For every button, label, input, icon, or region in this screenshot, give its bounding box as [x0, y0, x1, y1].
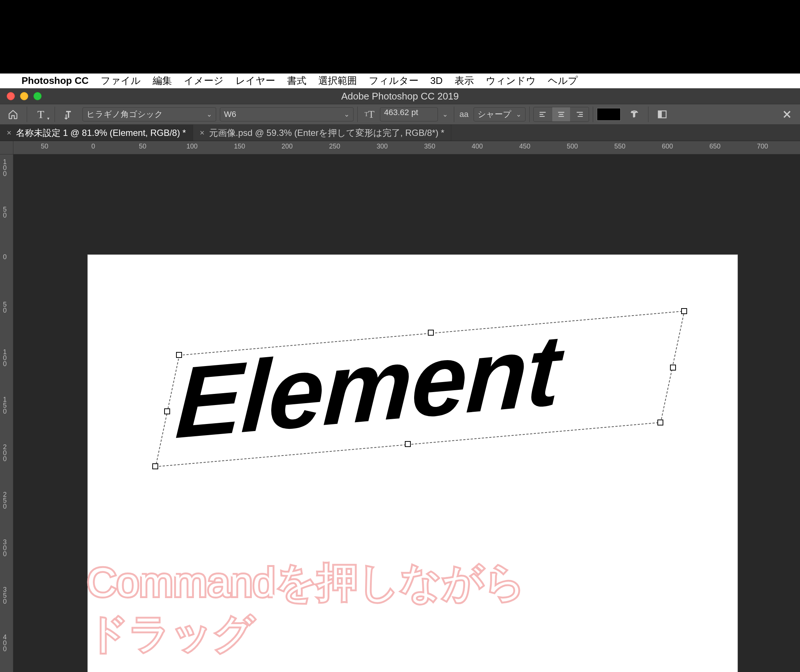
font-size-group: TT 463.62 pt ⌄: [361, 106, 450, 123]
minimize-window-button[interactable]: [20, 92, 28, 100]
menu-type[interactable]: 書式: [287, 74, 306, 87]
maximize-window-button[interactable]: [34, 92, 42, 100]
menu-file[interactable]: ファイル: [101, 74, 141, 87]
font-family-dropdown[interactable]: ヒラギノ角ゴシック ⌄: [82, 107, 216, 122]
antialias-dropdown[interactable]: シャープ ⌄: [473, 107, 526, 122]
ruler-tick: 600: [662, 142, 673, 150]
menu-image[interactable]: イメージ: [184, 74, 224, 87]
ruler-tick: 300: [377, 142, 388, 150]
ruler-tick: 700: [757, 142, 768, 150]
divider: [27, 107, 27, 122]
align-center-button[interactable]: [552, 107, 570, 122]
app-name[interactable]: Photoshop CC: [22, 75, 89, 86]
antialias-value: シャープ: [478, 109, 511, 120]
annotation-overlay: Commandを押しながら ドラッグ: [87, 557, 526, 659]
horizontal-ruler[interactable]: 50 0 50 100 150 200 250 300 350 400 450 …: [13, 141, 800, 154]
menu-3d[interactable]: 3D: [430, 75, 443, 86]
top-black-band: [0, 0, 800, 74]
text-layer-content[interactable]: Element: [173, 312, 563, 461]
font-size-input[interactable]: 463.62 pt: [380, 107, 438, 122]
document-tabs: × 名称未設定 1 @ 81.9% (Element, RGB/8) * × 元…: [0, 125, 800, 141]
ruler-corner[interactable]: [0, 141, 13, 154]
chevron-down-icon: ⌄: [512, 110, 521, 118]
options-bar: T ▾ ヒラギノ角ゴシック ⌄ W6 ⌄ TT 463.62 pt ⌄ aa シ…: [0, 104, 800, 125]
ruler-tick: 400: [472, 142, 483, 150]
ruler-tick: 200: [282, 142, 293, 150]
type-tool-indicator[interactable]: T ▾: [31, 106, 51, 123]
divider: [357, 107, 358, 122]
window-title: Adobe Photoshop CC 2019: [341, 91, 459, 102]
vertical-ruler[interactable]: 100 50 0 50 100 150 200 250 300 350 400: [0, 154, 13, 672]
panels-toggle-button[interactable]: [652, 106, 672, 123]
font-size-value: 463.62 pt: [384, 108, 418, 117]
align-left-button[interactable]: [534, 107, 552, 122]
text-orientation-button[interactable]: [59, 106, 79, 123]
divider: [648, 107, 648, 122]
menu-filter[interactable]: フィルター: [369, 74, 418, 87]
ruler-tick: 250: [329, 142, 340, 150]
close-tab-icon[interactable]: ×: [7, 128, 11, 138]
close-tab-icon[interactable]: ×: [200, 128, 205, 138]
font-weight-dropdown[interactable]: W6 ⌄: [220, 107, 354, 122]
ruler-tick: 350: [1, 586, 8, 604]
mac-menubar: Photoshop CC ファイル 編集 イメージ レイヤー 書式 選択範囲 フ…: [0, 74, 800, 88]
antialias-label: aa: [458, 110, 470, 119]
workspace: 50 0 50 100 150 200 250 300 350 400 450 …: [0, 141, 800, 672]
ruler-tick: 450: [519, 142, 531, 150]
menu-view[interactable]: 表示: [455, 74, 474, 87]
ruler-tick: 150: [1, 396, 8, 414]
tab-label: 名称未設定 1 @ 81.9% (Element, RGB/8) *: [16, 127, 186, 139]
transform-bounding-box[interactable]: Element: [153, 303, 680, 470]
chevron-down-icon[interactable]: ⌄: [440, 110, 450, 118]
divider: [55, 107, 55, 122]
menu-edit[interactable]: 編集: [153, 74, 172, 87]
text-align-group: [533, 107, 589, 122]
transform-handle-bm[interactable]: [405, 441, 411, 447]
svg-rect-11: [659, 111, 662, 118]
ruler-tick: 350: [424, 142, 435, 150]
canvas-viewport[interactable]: Element Commandを押しながら ドラッグ: [13, 154, 800, 672]
document-tab-2[interactable]: × 元画像.psd @ 59.3% (Enterを押して変形は完了, RGB/8…: [193, 125, 452, 141]
font-size-icon[interactable]: TT: [361, 106, 378, 123]
transform-handle-ml[interactable]: [164, 408, 170, 414]
ruler-tick: 50: [41, 142, 48, 150]
chevron-down-icon: ⌄: [340, 110, 349, 118]
divider: [454, 107, 454, 122]
transform-handle-tr[interactable]: [681, 308, 687, 314]
ruler-tick: 100: [186, 142, 197, 150]
annotation-line2: ドラッグ: [87, 608, 526, 659]
ruler-tick: 650: [709, 142, 720, 150]
ruler-tick: 50: [139, 142, 146, 150]
divider: [529, 107, 530, 122]
ruler-tick: 50: [1, 206, 8, 218]
window-titlebar: Adobe Photoshop CC 2019: [0, 88, 800, 104]
menu-help[interactable]: ヘルプ: [548, 74, 578, 87]
document-tab-1[interactable]: × 名称未設定 1 @ 81.9% (Element, RGB/8) *: [0, 125, 193, 141]
traffic-lights: [0, 92, 42, 100]
ruler-tick: 50: [1, 301, 8, 313]
transform-handle-br[interactable]: [657, 419, 663, 426]
menu-select[interactable]: 選択範囲: [318, 74, 357, 87]
warp-text-button[interactable]: T: [624, 106, 644, 123]
ruler-tick: 250: [1, 491, 8, 509]
ruler-tick: 100: [1, 348, 8, 366]
font-weight-value: W6: [224, 110, 236, 119]
annotation-line1: Commandを押しながら: [87, 557, 526, 608]
cancel-button[interactable]: [777, 106, 797, 123]
menu-window[interactable]: ウィンドウ: [486, 74, 536, 87]
close-window-button[interactable]: [7, 92, 15, 100]
ruler-tick: 100: [1, 158, 8, 176]
menu-layer[interactable]: レイヤー: [236, 74, 275, 87]
svg-text:T: T: [632, 110, 636, 118]
transform-handle-mr[interactable]: [670, 365, 676, 371]
ruler-tick: 0: [1, 253, 8, 259]
home-button[interactable]: [3, 106, 23, 123]
ruler-tick: 0: [91, 142, 95, 150]
font-family-value: ヒラギノ角ゴシック: [87, 109, 163, 120]
tab-label: 元画像.psd @ 59.3% (Enterを押して変形は完了, RGB/8*)…: [209, 127, 444, 139]
text-color-swatch[interactable]: [597, 108, 620, 121]
chevron-down-icon: ⌄: [203, 110, 212, 118]
transform-handle-bl[interactable]: [152, 463, 158, 469]
align-right-button[interactable]: [571, 107, 589, 122]
ruler-tick: 550: [614, 142, 625, 150]
